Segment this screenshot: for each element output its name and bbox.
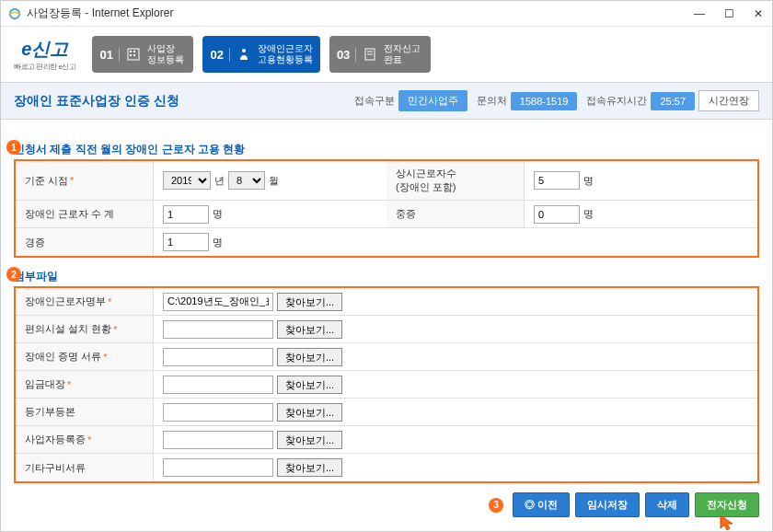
browse-button[interactable]: 찾아보기... xyxy=(277,348,342,366)
logo: e신고 빠르고 편리한 e신고 xyxy=(14,37,75,72)
session-label: 접속유지시간 xyxy=(586,94,647,108)
titlebar: 사업장등록 - Internet Explorer — ☐ ✕ xyxy=(1,1,772,27)
temp-save-button[interactable]: 임시저장 xyxy=(575,492,640,517)
step-label: 장애인근로자 고용현황등록 xyxy=(258,43,313,65)
file-row: 장애인근로자명부 *찾아보기... xyxy=(16,288,757,316)
disabled-total-input[interactable] xyxy=(163,205,209,224)
mild-input[interactable] xyxy=(163,233,209,251)
file-row: 임금대장 *찾아보기... xyxy=(16,371,757,399)
attachments-panel: 장애인근로자명부 *찾아보기...편의시설 설치 현황 *찾아보기...장애인 … xyxy=(14,286,759,483)
disabled-total-label: 장애인 근로자 수 계 xyxy=(16,201,154,227)
prev-button[interactable]: ◎ 이전 xyxy=(513,492,570,517)
file-row: 장애인 증명 서류 *찾아보기... xyxy=(16,343,757,371)
app-window: 사업장등록 - Internet Explorer — ☐ ✕ e신고 빠르고 … xyxy=(0,0,773,532)
severe-label: 중증 xyxy=(386,201,525,227)
file-path-input[interactable] xyxy=(163,431,273,449)
file-path-input[interactable] xyxy=(163,376,273,394)
contact-label: 문의처 xyxy=(477,94,507,108)
step-03[interactable]: 03 전자신고 완료 xyxy=(329,36,431,73)
severe-input[interactable] xyxy=(534,205,580,224)
mild-label: 경증 xyxy=(16,228,154,256)
person-icon xyxy=(236,46,252,63)
topbar: e신고 빠르고 편리한 e신고 01 사업장 정보등록 02 장애인근로자 고용… xyxy=(1,27,772,82)
file-label: 장애인근로자명부 * xyxy=(16,288,154,315)
building-icon xyxy=(125,46,142,63)
contact-badge: 1588-1519 xyxy=(511,92,578,110)
step-label: 사업장 정보등록 xyxy=(147,43,184,65)
logo-subtitle: 빠르고 편리한 e신고 xyxy=(14,62,75,72)
logo-text: e신고 xyxy=(21,37,68,62)
file-path-input[interactable] xyxy=(163,403,273,422)
extend-session-button[interactable]: 시간연장 xyxy=(698,90,759,111)
section1-badge: 1 xyxy=(6,140,21,155)
access-label: 접속구분 xyxy=(354,94,395,108)
minimize-button[interactable]: — xyxy=(693,7,706,20)
section3-badge: 3 xyxy=(489,498,503,513)
window-title: 사업장등록 - Internet Explorer xyxy=(27,6,693,21)
file-row: 기타구비서류찾아보기... xyxy=(16,454,757,481)
browse-button[interactable]: 찾아보기... xyxy=(277,320,342,339)
step-02[interactable]: 02 장애인근로자 고용현황등록 xyxy=(202,36,319,73)
file-label: 장애인 증명 서류 * xyxy=(16,343,154,370)
regular-workers-label: 상시근로자수 (장애인 포함) xyxy=(386,161,525,200)
base-date-label: 기준 시점* xyxy=(16,161,154,200)
close-button[interactable]: ✕ xyxy=(752,7,765,20)
file-path-input[interactable] xyxy=(163,458,273,477)
browse-button[interactable]: 찾아보기... xyxy=(277,376,342,394)
ie-icon xyxy=(8,7,21,20)
window-controls: — ☐ ✕ xyxy=(693,7,765,20)
step-label: 전자신고 완료 xyxy=(384,43,421,65)
delete-button[interactable]: 삭제 xyxy=(645,492,689,517)
file-row: 편의시설 설치 현황 *찾아보기... xyxy=(16,316,757,343)
month-select[interactable]: 8 xyxy=(228,171,265,190)
document-icon xyxy=(362,46,378,63)
file-label: 임금대장 * xyxy=(16,371,154,398)
file-label: 기타구비서류 xyxy=(16,454,154,481)
year-select[interactable]: 2019 xyxy=(163,171,211,190)
employment-panel: 기준 시점* 2019 년 8 월 상시근로자수 (장애인 포함) 명 xyxy=(14,159,759,258)
svg-point-6 xyxy=(242,49,246,52)
file-path-input[interactable] xyxy=(163,348,273,366)
access-badge: 민간사업주 xyxy=(398,90,467,111)
svg-rect-4 xyxy=(130,54,132,56)
cursor-arrow-icon xyxy=(719,514,737,532)
file-label: 편의시설 설치 현황 * xyxy=(16,316,154,342)
file-row: 사업자등록증 *찾아보기... xyxy=(16,426,757,454)
section1-title: 1 신청서 제출 직전 월의 장애인 근로자 고용 현황 xyxy=(14,142,759,157)
file-label: 사업자등록증 * xyxy=(16,426,154,453)
step-number: 03 xyxy=(337,48,356,62)
step-number: 02 xyxy=(210,48,229,62)
svg-rect-3 xyxy=(133,51,135,52)
file-label: 등기부등본 xyxy=(16,399,154,425)
step-01[interactable]: 01 사업장 정보등록 xyxy=(92,36,193,73)
page-title: 장애인 표준사업장 인증 신청 xyxy=(14,93,345,110)
regular-workers-input[interactable] xyxy=(534,171,580,190)
svg-rect-5 xyxy=(133,54,135,56)
file-path-input[interactable] xyxy=(163,320,273,339)
svg-rect-2 xyxy=(130,51,132,52)
actions-bar: 3 ◎ 이전 임시저장 삭제 전자신청 xyxy=(14,483,759,526)
step-number: 01 xyxy=(99,48,119,62)
content: 1 신청서 제출 직전 월의 장애인 근로자 고용 현황 기준 시점* 2019… xyxy=(1,120,772,532)
file-row: 등기부등본찾아보기... xyxy=(16,399,757,426)
maximize-button[interactable]: ☐ xyxy=(722,7,735,20)
browse-button[interactable]: 찾아보기... xyxy=(277,458,342,477)
browse-button[interactable]: 찾아보기... xyxy=(277,431,342,449)
browse-button[interactable]: 찾아보기... xyxy=(277,293,342,311)
session-timer: 25:57 xyxy=(651,92,695,110)
statusbar: 장애인 표준사업장 인증 신청 접속구분 민간사업주 문의처 1588-1519… xyxy=(1,82,772,120)
file-path-input[interactable] xyxy=(163,293,273,311)
section2-title: 2 첨부파일 xyxy=(14,269,759,284)
browse-button[interactable]: 찾아보기... xyxy=(277,403,342,422)
section2-badge: 2 xyxy=(6,267,21,282)
